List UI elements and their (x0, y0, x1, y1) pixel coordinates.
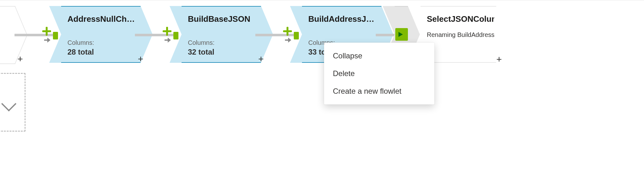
add-step-button[interactable]: + (136, 55, 146, 65)
context-menu: Collapse Delete Create a new flowlet (324, 43, 434, 104)
dataflow-canvas[interactable]: + AddressNullChecks Columns: 28 total + (0, 0, 644, 178)
add-step-button[interactable]: + (496, 54, 502, 65)
columns-value: 28 total (67, 48, 94, 56)
chevron-down-icon (1, 96, 16, 111)
columns-label: Columns: (188, 39, 214, 46)
step-title: BuildAddressJSON (308, 14, 378, 24)
step-title: AddressNullChecks (67, 14, 137, 24)
columns-value: 32 total (188, 48, 214, 56)
derived-column-icon (282, 26, 299, 43)
columns-label: Columns: (67, 39, 94, 46)
step-buildbasejson[interactable]: BuildBaseJSON Columns: 32 total (170, 6, 261, 63)
drop-target-placeholder[interactable] (0, 73, 26, 132)
connector: + (135, 6, 175, 63)
step-description: Renaming BuildAddressJSON to SelectJSONC… (427, 31, 494, 60)
menu-item-collapse[interactable]: Collapse (324, 47, 434, 65)
connector: + (255, 6, 296, 63)
select-icon (395, 28, 408, 41)
derived-column-icon (161, 26, 178, 43)
menu-item-create-flowlet[interactable]: Create a new flowlet (324, 82, 434, 100)
menu-item-delete[interactable]: Delete (324, 65, 434, 82)
add-step-button[interactable]: + (256, 55, 266, 65)
step-title: SelectJSONColumns (427, 14, 494, 24)
flow-row: + AddressNullChecks Columns: 28 total + (0, 6, 644, 63)
step-title: BuildBaseJSON (188, 14, 257, 24)
derived-column-icon (41, 26, 58, 43)
connector: + (15, 6, 55, 63)
add-step-button[interactable]: + (15, 55, 25, 65)
step-addressnullchecks[interactable]: AddressNullChecks Columns: 28 total (49, 6, 141, 63)
upstream-node-partial[interactable] (0, 6, 15, 64)
